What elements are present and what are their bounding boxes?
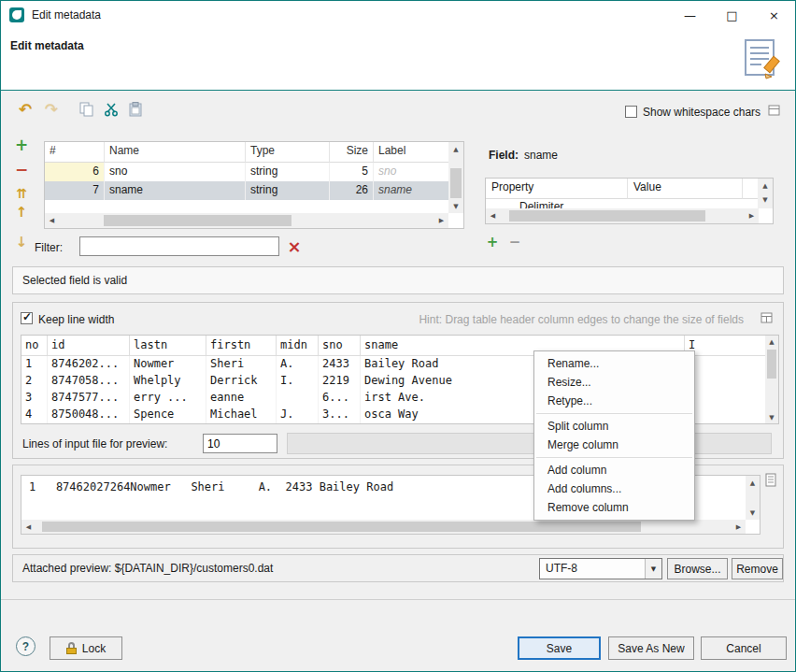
cell-type[interactable]: string xyxy=(246,163,330,181)
scroll-right-arrow[interactable] xyxy=(745,208,759,223)
add-field-icon[interactable] xyxy=(12,136,31,154)
chevron-down-icon[interactable] xyxy=(645,559,661,579)
col-name[interactable]: Name xyxy=(105,142,246,163)
cell-size[interactable]: 26 xyxy=(330,181,374,200)
move-up-icon[interactable] xyxy=(12,203,31,222)
help-icon[interactable]: ? xyxy=(16,636,36,656)
field-detail-label: Field: xyxy=(489,149,519,162)
keep-line-width-checkbox[interactable] xyxy=(21,312,33,324)
cell-name[interactable]: sno xyxy=(105,163,246,181)
cancel-button[interactable]: Cancel xyxy=(701,636,787,660)
scroll-left-arrow[interactable] xyxy=(21,520,36,534)
menu-item-remove-column[interactable]: Remove column xyxy=(534,498,694,517)
lock-button[interactable]: Lock xyxy=(50,636,122,660)
scroll-down-arrow[interactable] xyxy=(758,193,773,207)
browse-button[interactable]: Browse... xyxy=(667,558,728,579)
undo-icon[interactable] xyxy=(14,98,36,121)
col-property[interactable]: Property xyxy=(486,179,628,199)
menu-item-merge-column[interactable]: Merge column xyxy=(534,436,694,454)
menu-item-rename[interactable]: Rename... xyxy=(534,354,694,373)
scroll-up-arrow[interactable] xyxy=(448,142,463,156)
status-message: Selected field is valid xyxy=(22,274,127,287)
filter-input[interactable] xyxy=(79,236,279,256)
remove-field-icon[interactable] xyxy=(12,160,31,179)
menu-separator xyxy=(536,413,692,414)
paste-icon[interactable] xyxy=(124,98,147,121)
cut-icon[interactable] xyxy=(100,98,122,121)
preview-vscrollbar[interactable] xyxy=(765,336,778,423)
scroll-up-arrow[interactable] xyxy=(765,336,778,348)
col-no[interactable]: no xyxy=(21,336,48,356)
cell-name[interactable]: sname xyxy=(105,181,246,200)
minimize-button[interactable]: — xyxy=(669,1,711,29)
col-partial[interactable]: I xyxy=(685,336,778,356)
menu-item-add-columns[interactable]: Add columns... xyxy=(534,479,694,498)
close-button[interactable]: × xyxy=(753,1,795,29)
window-title: Edit metadata xyxy=(32,8,101,21)
lock-label: Lock xyxy=(82,642,106,655)
property-vscrollbar[interactable] xyxy=(758,179,773,208)
lines-for-preview-input[interactable] xyxy=(203,434,277,453)
raw-preview-line: 1 87462027264Nowmer Sheri A. 2433 Bailey… xyxy=(29,480,393,493)
col-num[interactable]: # xyxy=(45,142,105,163)
scroll-up-arrow[interactable] xyxy=(758,179,773,193)
show-whitespace-checkbox[interactable] xyxy=(625,106,637,118)
fields-table: # Name Type Size Label 6 sno string 5 sn… xyxy=(44,141,464,229)
scroll-left-arrow[interactable] xyxy=(45,213,59,228)
scroll-right-arrow[interactable] xyxy=(434,213,448,228)
col-value[interactable]: Value xyxy=(628,179,743,199)
field-row-sname-selected[interactable]: 7 sname string 26 sname xyxy=(45,181,463,200)
scroll-up-arrow[interactable] xyxy=(746,476,760,490)
cell-type[interactable]: string xyxy=(246,181,330,200)
raw-hscrollbar[interactable] xyxy=(21,520,746,534)
fields-hscrollbar[interactable] xyxy=(45,213,448,228)
scroll-down-arrow[interactable] xyxy=(746,506,760,520)
fields-vscrollbar[interactable] xyxy=(448,142,463,213)
remove-button[interactable]: Remove xyxy=(732,558,783,579)
scroll-left-arrow[interactable] xyxy=(486,208,500,223)
col-sno[interactable]: sno xyxy=(319,336,361,356)
copy-icon[interactable] xyxy=(76,98,98,121)
col-size[interactable]: Size xyxy=(330,142,374,163)
table-options-icon[interactable] xyxy=(760,311,774,327)
property-table: Property Value Delimiter xyxy=(485,178,774,224)
view-menu-icon[interactable] xyxy=(768,104,781,120)
scroll-right-arrow[interactable] xyxy=(732,520,746,534)
move-top-icon[interactable] xyxy=(12,184,31,203)
col-firstn[interactable]: firstn xyxy=(206,336,277,356)
save-button[interactable]: Save xyxy=(518,636,601,660)
clear-filter-icon[interactable] xyxy=(283,235,306,257)
maximize-button[interactable]: □ xyxy=(711,1,753,29)
cell-num[interactable]: 6 xyxy=(45,163,105,181)
encoding-combo[interactable]: UTF-8 xyxy=(539,558,662,579)
disabled-field xyxy=(287,433,772,454)
col-lastn[interactable]: lastn xyxy=(130,336,206,356)
col-midn[interactable]: midn xyxy=(277,336,319,356)
padlock-icon xyxy=(66,642,77,654)
menu-item-resize[interactable]: Resize... xyxy=(534,373,694,392)
menu-item-add-column[interactable]: Add column xyxy=(534,461,694,479)
field-detail-name: sname xyxy=(524,149,558,162)
col-type[interactable]: Type xyxy=(246,142,330,163)
scroll-down-arrow[interactable] xyxy=(448,199,463,213)
field-row-sno[interactable]: 6 sno string 5 sno xyxy=(45,163,463,181)
scroll-down-arrow[interactable] xyxy=(765,411,778,423)
raw-vscrollbar[interactable] xyxy=(746,476,760,520)
col-id[interactable]: id xyxy=(48,336,130,356)
move-down-icon[interactable] xyxy=(12,233,31,251)
remove-property-icon[interactable] xyxy=(505,233,524,251)
edit-metadata-dialog: Edit metadata — □ × Edit metadata xyxy=(0,0,796,672)
save-as-new-button[interactable]: Save As New xyxy=(608,636,694,660)
document-icon[interactable] xyxy=(765,473,777,490)
cell-size[interactable]: 5 xyxy=(330,163,374,181)
add-property-icon[interactable] xyxy=(483,233,502,251)
menu-item-retype[interactable]: Retype... xyxy=(534,392,694,410)
keep-line-width-label: Keep line width xyxy=(38,313,114,326)
cell-num[interactable]: 7 xyxy=(45,181,105,200)
app-icon xyxy=(9,7,24,22)
fields-table-header: # Name Type Size Label xyxy=(45,142,463,163)
attached-preview-label: Attached preview: ${DATAIN_DIR}/customer… xyxy=(22,562,273,575)
menu-item-split-column[interactable]: Split column xyxy=(534,417,694,436)
property-hscrollbar[interactable] xyxy=(486,208,759,223)
redo-icon[interactable] xyxy=(40,98,63,121)
